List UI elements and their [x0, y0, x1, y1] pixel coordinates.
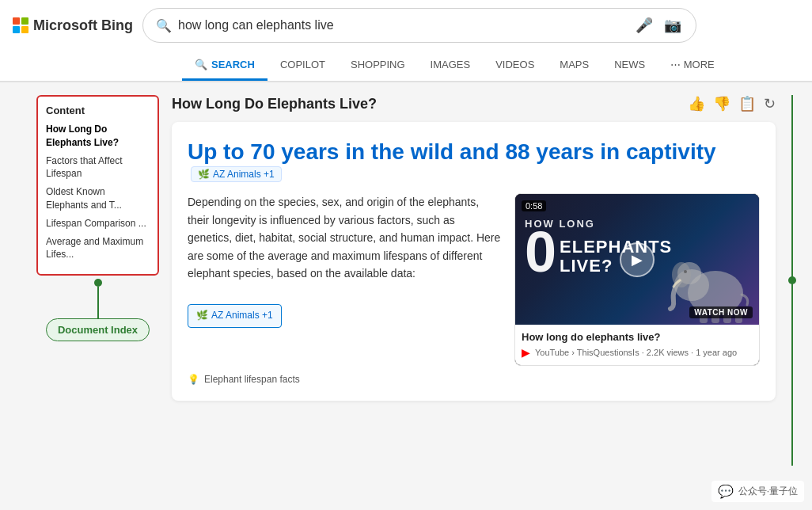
sidebar-item-4[interactable]: Lifespan Comparison ... [46, 217, 150, 230]
thumbs-up-button[interactable]: 👍 [688, 95, 705, 112]
tab-shopping-label: SHOPPING [351, 59, 405, 70]
video-meta: ▶ YouTube › ThisQuestionsIs · 2.2K views… [522, 346, 753, 359]
document-index-label[interactable]: Document Index [46, 318, 150, 341]
video-card[interactable]: 0:58 HOW LONG 0 ELEPHANTS LIVE? [514, 193, 760, 366]
big-zero-letter: 0 [525, 230, 556, 276]
tab-images-label: IMAGES [431, 59, 471, 70]
document-index-box: Content How Long Do Elephants Live? Fact… [36, 95, 159, 276]
search-icon: 🔍 [156, 18, 172, 33]
az-animals-icon-top: 🌿 [198, 169, 210, 180]
source-badge-bottom-wrapper: 🌿 AZ Animals +1 [188, 293, 502, 327]
tab-maps[interactable]: MAPS [547, 51, 601, 81]
tab-videos-label: VIDEOS [495, 59, 534, 70]
video-duration: 0:58 [522, 200, 546, 211]
sidebar-item-3[interactable]: Oldest Known Elephants and T... [46, 185, 150, 212]
search-tab-icon: 🔍 [195, 59, 207, 70]
answer-body-text: Depending on the species, sex, and origi… [188, 193, 502, 366]
answer-card: Up to 70 years in the wild and 88 years … [172, 122, 776, 401]
tab-news[interactable]: NEWS [601, 51, 658, 81]
video-channel: YouTube › ThisQuestionsIs · 2.2K views ·… [535, 348, 737, 357]
tab-maps-label: MAPS [560, 59, 589, 70]
video-title: How long do elephants live? [522, 331, 753, 343]
content-title: Content [46, 105, 150, 116]
elephant-facts-row: 💡 Elephant lifespan facts [188, 374, 760, 385]
right-connector-line [791, 95, 793, 466]
tab-search-label: SEARCH [211, 59, 255, 70]
answer-paragraph: Depending on the species, sex, and origi… [188, 193, 502, 282]
sidebar-item-5[interactable]: Average and Maximum Lifes... [46, 235, 150, 262]
connector-line [97, 287, 99, 318]
sidebar-item-2[interactable]: Factors that Affect Lifespan [46, 154, 150, 181]
sidebar-item-1[interactable]: How Long Do Elephants Live? [46, 123, 150, 150]
copy-button[interactable]: 📋 [738, 95, 756, 112]
right-connector [788, 95, 799, 466]
tab-more[interactable]: ⋯ MORE [658, 51, 727, 81]
answer-panel: How Long Do Elephants Live? 👍 👎 📋 ↻ Up t… [172, 95, 776, 466]
sidebar-connector: Document Index [36, 276, 159, 341]
elephant-facts-label: Elephant lifespan facts [204, 374, 300, 385]
lightbulb-icon: 💡 [188, 374, 199, 385]
bing-logo-squares [13, 17, 28, 33]
answer-actions: 👍 👎 📋 ↻ [688, 95, 776, 112]
sidebar: Content How Long Do Elephants Live? Fact… [36, 95, 159, 466]
voice-search-button[interactable]: 🎤 [634, 15, 655, 36]
video-play-button[interactable]: ▶ [620, 242, 655, 277]
visual-search-button[interactable]: 📷 [662, 15, 683, 36]
main-answer-text: Up to 70 years in the wild and 88 years … [188, 138, 760, 182]
source-badge-bottom-label: AZ Animals +1 [211, 308, 273, 323]
tab-more-label: ⋯ MORE [670, 59, 715, 70]
tab-shopping[interactable]: SHOPPING [338, 51, 418, 81]
search-action-icons: 🎤 📷 [634, 15, 683, 36]
watch-now-badge: WATCH NOW [689, 306, 753, 318]
source-badge-top[interactable]: 🌿 AZ Animals +1 [191, 166, 282, 182]
video-thumbnail: 0:58 HOW LONG 0 ELEPHANTS LIVE? [515, 194, 759, 325]
svg-point-8 [684, 270, 687, 273]
answer-title: How Long Do Elephants Live? [172, 96, 377, 112]
tab-copilot-label: COPILOT [280, 59, 325, 70]
overlay-line3: LIVE? [560, 257, 672, 276]
tab-copilot[interactable]: COPILOT [268, 51, 338, 81]
tab-news-label: NEWS [614, 59, 645, 70]
answer-header: How Long Do Elephants Live? 👍 👎 📋 ↻ [172, 95, 776, 112]
tab-images[interactable]: IMAGES [418, 51, 484, 81]
answer-headline: Up to 70 years in the wild and 88 years … [188, 139, 716, 164]
search-bar: 🔍 🎤 📷 [142, 8, 696, 43]
source-badge-label-top: AZ Animals +1 [213, 169, 275, 180]
search-input[interactable] [178, 18, 628, 32]
answer-body: Depending on the species, sex, and origi… [188, 193, 760, 366]
connector-dot [94, 279, 102, 287]
az-animals-icon-bottom: 🌿 [196, 308, 208, 323]
bing-logo-text: Microsoft Bing [33, 17, 133, 34]
youtube-icon: ▶ [522, 346, 530, 359]
thumbs-down-button[interactable]: 👎 [713, 95, 730, 112]
bing-logo[interactable]: Microsoft Bing [13, 17, 133, 34]
overlay-line2: ELEPHANTS [560, 238, 672, 257]
tab-search[interactable]: 🔍 SEARCH [182, 51, 268, 81]
nav-tabs: 🔍 SEARCH COPILOT SHOPPING IMAGES VIDEOS … [0, 51, 812, 82]
refresh-button[interactable]: ↻ [764, 95, 776, 112]
main-content: Content How Long Do Elephants Live? Fact… [0, 82, 812, 478]
tab-videos[interactable]: VIDEOS [483, 51, 547, 81]
video-info: How long do elephants live? ▶ YouTube › … [515, 325, 759, 365]
source-badge-bottom[interactable]: 🌿 AZ Animals +1 [188, 304, 282, 327]
